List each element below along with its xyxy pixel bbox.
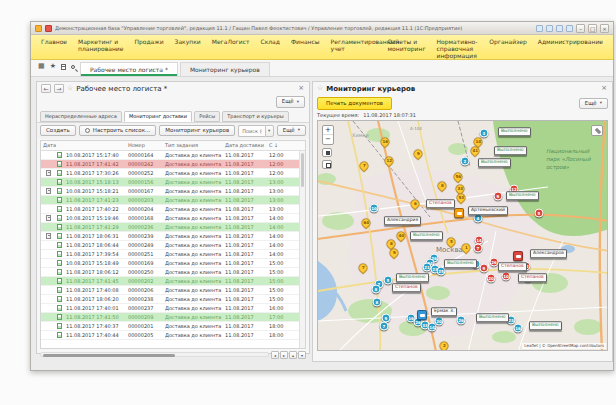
map-marker[interactable]: 9: [480, 263, 489, 272]
close-button[interactable]: ×: [600, 24, 609, 33]
left-more-button[interactable]: Ещё ▾: [276, 96, 305, 108]
menu-item[interactable]: Склад: [260, 38, 279, 59]
map-courier-label[interactable]: Выполнено: [396, 273, 429, 283]
favorites-star-icon[interactable]: ★: [50, 63, 56, 70]
map-courier-label[interactable]: Выполнено: [494, 146, 527, 156]
back-button[interactable]: ←: [41, 84, 51, 93]
map-courier-label[interactable]: Александрия: [384, 216, 421, 226]
list-more-button[interactable]: Ещё ▾: [277, 125, 306, 137]
favorite-star-icon[interactable]: ☆: [67, 85, 73, 92]
menu-grid-icon[interactable]: ▦: [38, 63, 45, 70]
table-row[interactable]: 11.08.2017 18:06:12 00000250 Доставка до…: [41, 268, 299, 277]
maximize-button[interactable]: □: [588, 24, 597, 33]
menu-item[interactable]: Администрирование: [538, 38, 603, 59]
window-titlebar[interactable]: Демонстрационная база "Управление торгов…: [31, 22, 613, 35]
map-courier-label[interactable]: Александров: [530, 249, 567, 259]
menu-item[interactable]: Маркетинг и планирование: [78, 38, 123, 59]
panel-tab[interactable]: Транспорт и курьеры: [222, 111, 288, 122]
couriers-map[interactable]: Москва Химки А-104 Национальный парк «Ло…: [317, 120, 608, 351]
map-marker[interactable]: [513, 251, 523, 261]
map-marker[interactable]: 7: [380, 321, 389, 330]
menu-item[interactable]: Главное: [41, 38, 67, 59]
panel-tab[interactable]: Рейсы: [194, 111, 220, 122]
menu-item[interactable]: Финансы: [291, 38, 320, 59]
table-row[interactable]: 11.08.2017 17:41:23 00000203 Доставка до…: [41, 196, 299, 205]
map-marker[interactable]: 10: [502, 271, 511, 280]
map-marker[interactable]: 26: [457, 315, 466, 324]
history-icon[interactable]: [61, 64, 66, 70]
table-row[interactable]: 11.08.2017 17:41:29 00000236 Доставка до…: [41, 223, 299, 232]
map-layers-button[interactable]: [591, 125, 603, 136]
window-tab[interactable]: Рабочее место логиста *: [80, 62, 178, 76]
table-row[interactable]: 11.08.2017 17:40:44 00000205 Доставка до…: [41, 331, 299, 340]
right-more-button[interactable]: Ещё ▾: [579, 98, 608, 110]
table-row[interactable]: 11.08.2017 17:39:54 00000251 Доставка до…: [41, 250, 299, 259]
map-marker[interactable]: 9: [494, 191, 503, 200]
search-dropdown-icon[interactable]: ▾: [265, 125, 274, 137]
search-icon[interactable]: [71, 65, 75, 69]
horizontal-scrollbar-thumb[interactable]: [43, 354, 175, 357]
map-courier-label[interactable]: Степанов: [426, 199, 455, 209]
map-marker[interactable]: 16: [514, 323, 523, 332]
menu-item[interactable]: Регламентированный учет: [331, 38, 377, 59]
menu-item[interactable]: Отчеты и мониторинг: [388, 38, 426, 59]
vertical-scrollbar-thumb[interactable]: [301, 153, 304, 187]
map-courier-label[interactable]: Артемьевский: [468, 206, 508, 216]
panel-tab[interactable]: Мониторинг доставки: [124, 111, 192, 122]
table-row[interactable]: 11.08.2017 18:06:44 00000249 Доставка до…: [41, 241, 299, 250]
window-tab[interactable]: Мониторинг курьеров: [180, 62, 270, 76]
configure-list-button[interactable]: Настроить список...: [79, 125, 157, 137]
menu-item[interactable]: МегаЛогист: [212, 38, 250, 59]
map-marker[interactable]: 20: [435, 316, 444, 325]
courier-monitoring-button[interactable]: Мониторинг курьеров: [159, 125, 235, 137]
map-marker[interactable]: 8: [373, 297, 382, 306]
map-fullscreen-button[interactable]: [322, 148, 332, 157]
table-row[interactable]: 11.08.2017 17:40:22 00000204 Доставка до…: [41, 205, 299, 214]
table-column-header[interactable]: Номер: [126, 142, 163, 148]
table-row[interactable]: 10.08.2017 15:18:13 00000156 Доставка до…: [41, 178, 299, 187]
map-courier-label[interactable]: Степанов: [518, 273, 547, 283]
table-row[interactable]: 10.08.2017 15:17:40 00000164 Доставка до…: [41, 151, 299, 160]
table-row[interactable]: 11.08.2017 17:41:45 00000202 Доставка до…: [41, 277, 299, 286]
left-panel-close-icon[interactable]: ×: [297, 85, 305, 92]
map-courier-label[interactable]: Выполнено: [476, 313, 509, 323]
map-marker[interactable]: [417, 310, 427, 320]
menu-item[interactable]: Органайзер: [489, 38, 527, 59]
zoom-out-button[interactable]: −: [323, 135, 333, 144]
quick-access-icon[interactable]: [556, 25, 563, 32]
map-marker[interactable]: 3: [480, 128, 489, 137]
table-row[interactable]: 11.08.2017 17:40:01 00000237 Доставка до…: [41, 304, 299, 313]
map-marker[interactable]: 5: [535, 208, 544, 217]
list-nav-button[interactable]: ▸: [280, 351, 288, 359]
menu-item[interactable]: Продажи: [134, 38, 163, 59]
map-marker[interactable]: 8: [372, 284, 381, 293]
map-courier-label[interactable]: Степанов: [392, 283, 421, 293]
map-courier-label[interactable]: Выполнено: [478, 158, 511, 168]
table-row[interactable]: 10.08.2017 15:19:46 00000168 Доставка до…: [41, 214, 299, 223]
map-select-button[interactable]: [322, 160, 332, 169]
map-courier-label[interactable]: Степанов: [498, 262, 527, 272]
table-column-header[interactable]: Тип задания: [163, 142, 223, 148]
table-row[interactable]: 11.08.2017 17:41:50 00000209 Доставка до…: [41, 313, 299, 322]
list-nav-button[interactable]: ▴: [289, 351, 297, 359]
quick-access-icon[interactable]: [566, 25, 573, 32]
table-row[interactable]: 10.08.2017 15:18:49 00000169 Доставка до…: [41, 259, 299, 268]
forward-button[interactable]: →: [54, 84, 64, 93]
menu-item[interactable]: Нормативно-справочная информация: [437, 38, 479, 59]
search-input[interactable]: [238, 125, 264, 137]
zoom-in-button[interactable]: +: [323, 126, 333, 135]
map-marker[interactable]: 7: [474, 243, 483, 252]
list-nav-button[interactable]: ◂: [271, 351, 279, 359]
map-marker[interactable]: [454, 208, 464, 218]
right-panel-close-icon[interactable]: ×: [600, 85, 608, 92]
map-courier-label[interactable]: Выполнено: [410, 231, 443, 241]
horizontal-scrollbar[interactable]: [40, 352, 269, 357]
map-marker[interactable]: 20: [487, 273, 496, 282]
quick-access-icon[interactable]: [546, 25, 553, 32]
table-column-header[interactable]: Дата: [41, 142, 126, 148]
vertical-scrollbar[interactable]: [299, 151, 305, 348]
create-button[interactable]: Создать: [40, 125, 76, 137]
map-courier-label[interactable]: Выполнено: [529, 321, 562, 331]
print-documents-button[interactable]: Печать документов: [317, 97, 392, 110]
map-courier-label[interactable]: Выполнено: [506, 191, 539, 201]
